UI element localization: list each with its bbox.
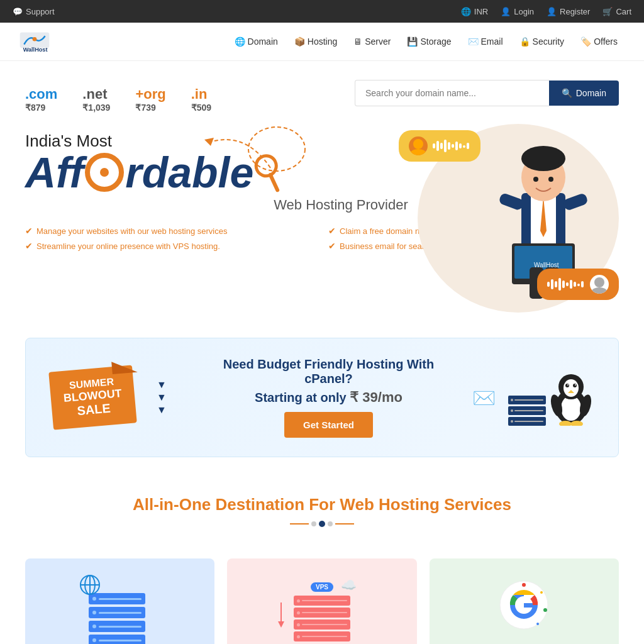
domain-search-input[interactable] (355, 80, 549, 106)
tld-net[interactable]: .net ₹1,039 (82, 86, 110, 113)
svg-point-54 (567, 384, 569, 386)
divider-line-right (335, 523, 354, 525)
hero-title-after: rdable (125, 151, 253, 194)
svg-point-23 (521, 146, 565, 171)
divider-line-left (290, 523, 309, 525)
inr-label: INR (474, 7, 488, 16)
svg-text:▼: ▼ (157, 379, 167, 390)
tld-com-price: ₹879 (25, 103, 45, 113)
svg-point-71 (540, 591, 543, 594)
svg-rect-41 (577, 284, 580, 286)
inr-selector[interactable]: 🌐 INR (461, 7, 488, 16)
banner-badge: SUMMER BLOWOUT SALE (48, 365, 136, 430)
banner-get-started-button[interactable]: Get Started (284, 412, 373, 438)
banner-title: Need Budget Friendly Hosting With cPanel… (197, 357, 460, 386)
svg-rect-37 (562, 280, 565, 288)
storage-icon: 💾 (407, 36, 418, 47)
tld-com[interactable]: .com ₹879 (25, 86, 57, 113)
svg-point-53 (573, 384, 577, 387)
email-icon: ✉️ (468, 36, 479, 47)
svg-point-24 (533, 177, 538, 182)
cart-label: Cart (616, 7, 631, 16)
support-link[interactable]: 💬 Support (13, 7, 55, 16)
offers-icon: 🏷️ (580, 36, 591, 47)
nav-storage-label: Storage (420, 36, 451, 47)
nav-offers-label: Offers (594, 36, 618, 47)
svg-rect-33 (547, 282, 550, 287)
check-icon-3: ✔ (25, 241, 33, 251)
logo[interactable]: WallHost (19, 29, 50, 54)
svg-marker-66 (278, 621, 284, 628)
check-icon-2: ✔ (328, 226, 336, 236)
svg-point-5 (253, 153, 279, 179)
svg-point-25 (548, 177, 553, 182)
hosting-icon: 📦 (294, 36, 305, 47)
banner: SUMMER BLOWOUT SALE ▼ ▼ ▼ Need Budget Fr… (25, 338, 619, 457)
services-title-2: Hosting Services (379, 495, 511, 514)
banner-content: Need Budget Friendly Hosting With cPanel… (197, 357, 460, 438)
divider-dot-3 (328, 521, 333, 526)
svg-rect-26 (498, 192, 525, 211)
hero-illustration: WallHost (392, 111, 619, 319)
register-icon: 👤 (547, 7, 557, 16)
svg-rect-17 (463, 145, 465, 148)
domain-btn-label: Domain (576, 88, 606, 98)
user-icon: 👤 (501, 7, 511, 16)
banner-illustration (508, 369, 593, 426)
nav-hosting[interactable]: 📦 Hosting (287, 31, 345, 52)
svg-rect-16 (459, 143, 462, 148)
tld-in[interactable]: .in ₹509 (191, 86, 211, 113)
svg-rect-38 (566, 282, 569, 286)
support-label: Support (26, 7, 55, 16)
nav-security[interactable]: 🔒 Security (512, 31, 572, 52)
vps-card-icon: ☁️ VPS (284, 577, 360, 644)
section-divider (25, 521, 619, 527)
svg-rect-10 (436, 141, 439, 151)
top-bar: 💬 Support 🌐 INR 👤 Login 👤 Register 🛒 Car… (0, 0, 644, 23)
domain-search-bar: 🔍 Domain (355, 80, 619, 106)
svg-rect-27 (562, 192, 589, 211)
server-icon: 🖥 (353, 36, 362, 47)
login-label: Login (514, 7, 534, 16)
register-link[interactable]: 👤 Register (547, 7, 590, 16)
svg-point-72 (543, 608, 547, 612)
hero-section: 🔍 Domain .com ₹879 .net ₹1,039 +org ₹739… (0, 61, 644, 325)
services-section: All-in-One Destination For Web Hosting S… (0, 470, 644, 558)
tld-org-name: +org (135, 86, 165, 103)
svg-point-7 (413, 139, 423, 149)
services-title-1: All-in-One Destination For Web (133, 495, 374, 514)
header: WallHost 🌐 Domain 📦 Hosting 🖥 Server 💾 S… (0, 23, 644, 61)
domain-search-button[interactable]: 🔍 Domain (549, 80, 619, 106)
svg-rect-40 (574, 282, 576, 287)
card-vps-top: ☁️ VPS (227, 558, 416, 644)
banner-price-value: ₹ 39/mo (350, 389, 402, 405)
check-icon-4: ✔ (328, 241, 336, 251)
tld-in-price: ₹509 (191, 103, 211, 113)
divider-dot-active (319, 521, 325, 527)
tld-org[interactable]: +org ₹739 (135, 86, 165, 113)
svg-rect-69 (524, 603, 533, 608)
nav-storage[interactable]: 💾 Storage (399, 31, 458, 52)
nav-offers[interactable]: 🏷️ Offers (573, 31, 625, 52)
svg-rect-11 (440, 143, 443, 149)
card-vps: ☁️ VPS VPS HOSTING Why host your Busines… (227, 558, 416, 644)
hosting-card-icon: HOSTING (82, 577, 158, 644)
services-title: All-in-One Destination For Web Hosting S… (25, 495, 619, 514)
nav-email[interactable]: ✉️ Email (460, 31, 511, 52)
banner-price: Starting at only ₹ 39/mo (197, 389, 460, 406)
nav-domain[interactable]: 🌐 Domain (227, 31, 286, 52)
hero-feature-1: ✔ Manage your websites with our web host… (25, 226, 316, 236)
login-link[interactable]: 👤 Login (501, 7, 534, 16)
svg-point-43 (594, 277, 604, 287)
svg-point-55 (575, 384, 576, 386)
svg-text:WallHost: WallHost (23, 47, 48, 53)
nav-server[interactable]: 🖥 Server (346, 31, 398, 52)
cart-link[interactable]: 🛒 Cart (602, 7, 631, 16)
svg-point-51 (564, 379, 579, 397)
feature-3-text: Streamline your online presence with VPS… (36, 242, 220, 251)
svg-rect-9 (433, 143, 435, 148)
nav-security-label: Security (533, 36, 565, 47)
svg-rect-15 (455, 142, 458, 150)
tld-in-name: .in (191, 86, 208, 103)
hero-feature-3: ✔ Streamline your online presence with V… (25, 241, 316, 251)
